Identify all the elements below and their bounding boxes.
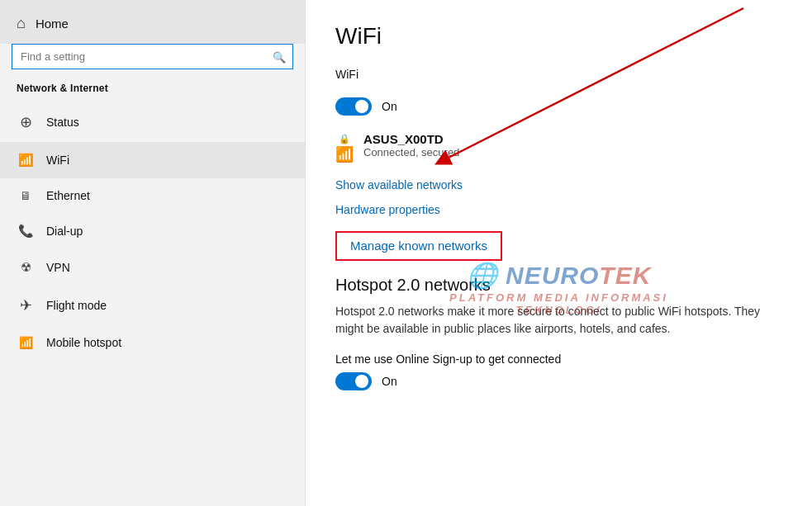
sidebar-item-wifi[interactable]: 📶 WiFi	[0, 142, 305, 178]
hotspot-toggle-label-text: Let me use Online Sign-up to get connect…	[335, 352, 782, 366]
network-name: ASUS_X00TD	[363, 132, 459, 146]
show-available-networks-link[interactable]: Show available networks	[335, 178, 782, 192]
wifi-toggle-row: WiFi	[335, 68, 782, 81]
sidebar-item-label: Status	[46, 116, 79, 129]
sidebar-item-label: Mobile hotspot	[46, 336, 121, 349]
sidebar-home-label: Home	[36, 17, 69, 31]
manage-known-networks-box[interactable]: Manage known networks	[335, 231, 502, 261]
vpn-icon: ☢	[17, 260, 35, 275]
flightmode-icon: ✈	[17, 296, 35, 314]
ethernet-icon: 🖥	[17, 189, 35, 202]
hotspot-toggle-state: On	[382, 375, 397, 388]
sidebar-item-label: Ethernet	[46, 189, 90, 202]
sidebar-item-dialup[interactable]: 📞 Dial-up	[0, 213, 305, 249]
wifi-toggle-switch[interactable]	[335, 97, 372, 116]
network-status: Connected, secured	[363, 146, 459, 158]
lock-icon: 🔒	[339, 134, 350, 144]
sidebar-item-label: VPN	[46, 261, 70, 274]
sidebar-item-ethernet[interactable]: 🖥 Ethernet	[0, 178, 305, 213]
network-icon-wrap: 🔒 📶	[335, 132, 354, 163]
sidebar-item-vpn[interactable]: ☢ VPN	[0, 249, 305, 286]
manage-known-networks-label: Manage known networks	[350, 239, 487, 253]
hotspot-title: Hotspot 2.0 networks	[335, 276, 782, 295]
wifi-nav-icon: 📶	[17, 153, 35, 168]
sidebar-item-label: Dial-up	[46, 225, 83, 238]
main-content: WiFi WiFi On 🔒 📶 ASUS_X00TD Connected, s…	[306, 0, 812, 506]
sidebar-item-flightmode[interactable]: ✈ Flight mode	[0, 286, 305, 325]
search-input[interactable]	[12, 44, 293, 69]
sidebar-item-mobilehotspot[interactable]: 📶 Mobile hotspot	[0, 325, 305, 360]
sidebar-search-container: 🔍	[0, 44, 305, 79]
wifi-toggle-state: On	[382, 100, 397, 113]
sidebar-item-status[interactable]: ⊕ Status	[0, 102, 305, 142]
wifi-toggle-label: WiFi	[335, 68, 359, 81]
connected-network-row: 🔒 📶 ASUS_X00TD Connected, secured	[335, 132, 782, 163]
mobilehotspot-icon: 📶	[17, 336, 35, 349]
sidebar: ⌂ Home 🔍 Network & Internet ⊕ Status 📶 W…	[0, 0, 306, 506]
home-icon: ⌂	[17, 15, 26, 32]
hotspot-toggle-switch[interactable]	[335, 372, 372, 390]
sidebar-home-button[interactable]: ⌂ Home	[0, 0, 305, 44]
sidebar-item-label: WiFi	[46, 154, 69, 167]
hotspot-desc: Hotspot 2.0 networks make it more secure…	[335, 303, 765, 338]
network-details: ASUS_X00TD Connected, secured	[363, 132, 459, 158]
status-icon: ⊕	[17, 113, 35, 131]
hotspot-toggle-row: On	[335, 372, 782, 390]
page-title: WiFi	[335, 23, 782, 50]
sidebar-item-label: Flight mode	[46, 299, 107, 312]
wifi-on-row: On	[335, 97, 782, 116]
sidebar-section-title: Network & Internet	[0, 79, 305, 102]
hardware-properties-link[interactable]: Hardware properties	[335, 203, 782, 216]
wifi-signal-icon: 📶	[335, 145, 354, 163]
dialup-icon: 📞	[17, 224, 35, 239]
